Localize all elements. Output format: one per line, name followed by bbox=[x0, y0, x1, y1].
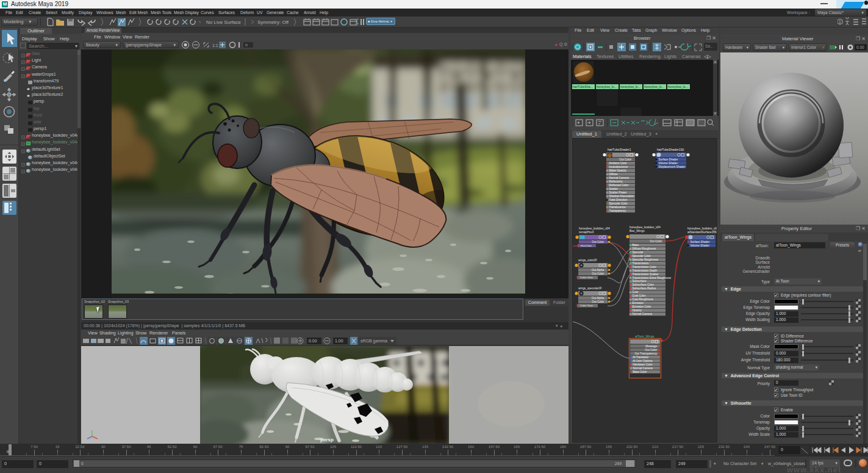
svg-text:Displacement Shader: Displacement Shader bbox=[659, 165, 686, 168]
svg-text:Coat: Coat bbox=[633, 291, 639, 294]
svg-text:No Live Surface: No Live Surface bbox=[206, 20, 241, 25]
svg-text:Ai User Options: Ai User Options bbox=[633, 359, 653, 363]
svg-text:Opacity: Opacity bbox=[633, 309, 642, 312]
svg-text:Reflectivity: Reflectivity bbox=[609, 180, 623, 183]
svg-text:Normal Camera: Normal Camera bbox=[609, 176, 629, 179]
svg-text:Out Color: Out Color bbox=[592, 240, 604, 244]
svg-text:0.00: 0.00 bbox=[309, 339, 317, 343]
svg-text:honeybee_lookdev_v04: honeybee_lookdev_v04 bbox=[579, 227, 610, 230]
svg-text:Out Color: Out Color bbox=[645, 348, 657, 352]
svg-text:Subsurface: Subsurface bbox=[633, 280, 647, 283]
svg-text:hairTubeShader1: hairTubeShader1 bbox=[608, 148, 631, 151]
svg-text:Specular Color: Specular Color bbox=[609, 202, 628, 205]
svg-text:wings_specular2F: wings_specular2F bbox=[578, 287, 602, 290]
svg-text:Specular Color: Specular Color bbox=[633, 255, 651, 258]
svg-text:Surface Shader: Surface Shader bbox=[690, 240, 710, 244]
svg-text:Coat Color: Coat Color bbox=[633, 294, 646, 297]
svg-text:Message: Message bbox=[645, 345, 657, 348]
svg-text:Out Color: Out Color bbox=[650, 240, 662, 243]
svg-text:Ambient Color: Ambient Color bbox=[609, 162, 628, 165]
svg-text:0.00: 0.00 bbox=[856, 45, 864, 49]
svg-text:Out Alpha: Out Alpha bbox=[592, 297, 604, 300]
svg-text:Transmission Scatter: Transmission Scatter bbox=[633, 273, 659, 276]
svg-text:Scatter: Scatter bbox=[609, 187, 619, 190]
svg-text:Symmetry: Off: Symmetry: Off bbox=[257, 20, 289, 25]
svg-text:remapHsv3: remapHsv3 bbox=[579, 231, 594, 234]
svg-text:Bee_Wings: Bee_Wings bbox=[629, 229, 645, 233]
svg-text:Diffuse Roughness: Diffuse Roughness bbox=[633, 247, 656, 250]
svg-text:Specular Roughness: Specular Roughness bbox=[633, 258, 659, 261]
svg-text:Scatter Power: Scatter Power bbox=[609, 191, 627, 194]
svg-text:Transparency: Transparency bbox=[609, 209, 627, 212]
svg-text:persp: persp bbox=[320, 437, 334, 442]
svg-text:Tube Direction: Tube Direction bbox=[609, 198, 628, 201]
svg-text:Incandescence: Incandescence bbox=[609, 165, 628, 168]
svg-text:Volume Shader: Volume Shader bbox=[659, 162, 678, 165]
svg-text:honeybee_lookdev_v04: honeybee_lookdev_v04 bbox=[687, 227, 717, 230]
svg-text:hairTubeShader1Sti: hairTubeShader1Sti bbox=[657, 148, 684, 151]
svg-text:Out Color: Out Color bbox=[619, 158, 631, 161]
svg-text:HsvColor: HsvColor bbox=[581, 244, 592, 247]
svg-text:Normal Camera: Normal Camera bbox=[633, 367, 653, 370]
svg-text:Subsurface Color: Subsurface Color bbox=[633, 283, 655, 286]
svg-text:Transmission Depth: Transmission Depth bbox=[633, 269, 658, 272]
svg-text:Transmission Extra Roughness: Transmission Extra Roughness bbox=[633, 276, 672, 280]
svg-text:Normal Camera: Normal Camera bbox=[633, 312, 653, 316]
svg-text:Surface Shader: Surface Shader bbox=[659, 158, 678, 161]
svg-text:wings_color2F: wings_color2F bbox=[578, 259, 597, 262]
svg-text:Out Alpha: Out Alpha bbox=[592, 269, 604, 272]
svg-text:Hardware Color: Hardware Color bbox=[633, 363, 653, 366]
svg-text:Color Gain: Color Gain bbox=[580, 276, 594, 279]
svg-text:Base: Base bbox=[633, 244, 639, 247]
svg-text:Translucence: Translucence bbox=[609, 206, 626, 209]
svg-text:Base Color: Base Color bbox=[633, 370, 647, 374]
svg-text:Emission Color: Emission Color bbox=[633, 305, 651, 308]
svg-text:Diffuse: Diffuse bbox=[609, 173, 619, 176]
svg-text:Shadow Attenuation: Shadow Attenuation bbox=[609, 195, 634, 198]
svg-text:Color Gain: Color Gain bbox=[580, 304, 594, 307]
svg-text:aiToon_Wings: aiToon_Wings bbox=[635, 334, 655, 338]
svg-text:Out Color: Out Color bbox=[592, 272, 604, 275]
svg-text:1:1: 1:1 bbox=[212, 43, 218, 48]
svg-text:sRGB gamma: sRGB gamma bbox=[360, 339, 387, 344]
svg-text:Matte Opacity: Matte Opacity bbox=[609, 169, 627, 172]
svg-text:aiStandardSurface356: aiStandardSurface356 bbox=[687, 231, 717, 234]
svg-text:Out Transparency: Out Transparency bbox=[634, 352, 657, 355]
svg-text:Specular: Specular bbox=[633, 251, 644, 254]
svg-text:Reflected Color: Reflected Color bbox=[609, 184, 629, 187]
svg-text:Coat Roughness: Coat Roughness bbox=[633, 298, 654, 301]
svg-text:1.00: 1.00 bbox=[335, 339, 343, 343]
svg-text:Emission: Emission bbox=[633, 301, 644, 305]
svg-text:Volume Shader: Volume Shader bbox=[690, 244, 710, 247]
svg-text:Transmission: Transmission bbox=[633, 262, 650, 265]
svg-text:Subsurface Radius: Subsurface Radius bbox=[633, 287, 657, 290]
svg-text:Transmission Color: Transmission Color bbox=[633, 265, 657, 269]
svg-text:n: n bbox=[245, 43, 248, 47]
svg-text:honeybee_lookdev_v04: honeybee_lookdev_v04 bbox=[629, 226, 661, 229]
svg-text:Ai Translator: Ai Translator bbox=[633, 356, 649, 359]
svg-text:Out Color: Out Color bbox=[592, 300, 604, 303]
